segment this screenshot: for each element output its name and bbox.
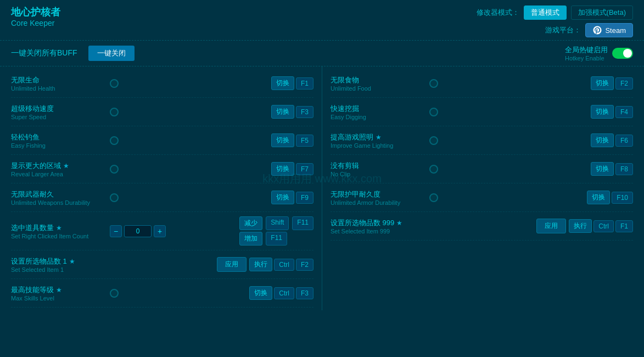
feature-en-label: Unlimited Food	[331, 85, 429, 92]
feature-en-label: Unlimited Weapons Durability	[11, 199, 110, 206]
feature-row: 没有剪辑No Clip切换F8	[331, 155, 633, 183]
steam-icon	[592, 25, 602, 35]
counter-minus-button[interactable]: −	[110, 225, 122, 237]
key-action-button[interactable]: 切换	[591, 133, 614, 147]
star-icon: ★	[396, 219, 402, 227]
toggle-circle[interactable]	[429, 193, 438, 202]
feature-row: 无限生命Unlimited Health切换F1	[11, 69, 313, 98]
star-icon: ★	[56, 286, 62, 294]
feature-cn-label: 最高技能等级★	[11, 285, 110, 295]
decrease-key-label: F11	[292, 216, 313, 230]
key-primary-label: F2	[615, 77, 633, 90]
feature-row: 快速挖掘Easy Digging切换F4	[331, 98, 633, 126]
feature-row: 无限护甲耐久度Unlimited Armor Durability切换F10	[331, 183, 633, 212]
star-icon: ★	[69, 258, 75, 265]
feature-en-label: Unlimited Armor Durability	[331, 199, 429, 206]
feature-row: 提高游戏照明★Improve Game Lighting切换F6	[331, 126, 633, 155]
toggle-circle[interactable]	[429, 165, 438, 174]
decrease-button[interactable]: 减少	[239, 216, 262, 230]
increase-key-label: F11	[266, 232, 287, 246]
execute-button[interactable]: 执行	[249, 258, 272, 271]
key-action-button[interactable]: 切换	[587, 191, 610, 204]
toggle-circle[interactable]	[110, 193, 119, 202]
toggle-circle[interactable]	[110, 136, 119, 145]
key-primary-label: F8	[615, 163, 633, 175]
feature-cn-label: 快速挖掘	[331, 104, 429, 114]
feature-cn-label: 设置所选物品数 999★	[331, 218, 429, 228]
key-action-button[interactable]: 切换	[591, 105, 614, 119]
feature-cn-label: 选中道具数量★	[11, 223, 110, 233]
hotkey-section: 全局热键启用 Hotkey Enable	[565, 45, 633, 62]
left-panel: 无限生命Unlimited Health切换F1超级移动速度Super Spee…	[5, 66, 319, 310]
star-icon: ★	[376, 133, 382, 141]
key-primary-label: F1	[296, 77, 313, 90]
toolbar-row: 一键关闭所有BUFF 一键关闭 全局热键启用 Hotkey Enable	[0, 41, 644, 66]
mode-beta-button[interactable]: 加强模式(Beta)	[571, 5, 633, 20]
key-modifier-label: Ctrl	[593, 220, 614, 232]
apply-button[interactable]: 应用	[536, 219, 566, 233]
star-icon: ★	[63, 162, 69, 170]
key-action-button[interactable]: 切换	[271, 133, 294, 147]
title-en: Core Keeper	[11, 19, 60, 27]
feature-en-label: Improve Game Lighting	[331, 142, 429, 149]
feature-cn-label: 显示更大的区域★	[11, 161, 110, 171]
key-action-button[interactable]: 切换	[271, 76, 294, 90]
toggle-circle[interactable]	[110, 79, 119, 88]
one-key-button[interactable]: 一键关闭	[88, 46, 135, 61]
key-primary-label: F6	[615, 135, 633, 147]
counter-plus-button[interactable]: +	[154, 225, 166, 237]
execute-button[interactable]: 执行	[569, 219, 592, 233]
key-primary-label: F2	[296, 259, 313, 271]
right-panel: 无限食物Unlimited Food切换F2快速挖掘Easy Digging切换…	[325, 66, 639, 310]
key-primary-label: F5	[296, 135, 313, 147]
key-primary-label: F9	[296, 192, 313, 204]
one-key-label: 一键关闭所有BUFF	[11, 48, 77, 58]
key-primary-label: F7	[296, 163, 313, 175]
feature-row: 无限食物Unlimited Food切换F2	[331, 69, 633, 98]
panel-divider	[322, 66, 322, 310]
counter-input[interactable]	[124, 225, 152, 237]
feature-cn-label: 无限武器耐久	[11, 189, 110, 199]
hotkey-toggle[interactable]	[612, 48, 633, 59]
feature-row: 设置所选物品数 1★Set Selected Item 1应用执行CtrlF2	[11, 250, 313, 279]
feature-row: 轻松钓鱼Easy Fishing切换F5	[11, 126, 313, 155]
feature-cn-label: 无限生命	[11, 75, 110, 85]
shift-label: Shift	[266, 216, 289, 230]
key-action-button[interactable]: 切换	[591, 76, 614, 90]
key-action-button[interactable]: 切换	[591, 162, 614, 176]
feature-row: 超级移动速度Super Speed切换F3	[11, 98, 313, 126]
toggle-circle[interactable]	[429, 136, 438, 145]
apply-button[interactable]: 应用	[217, 257, 247, 272]
feature-en-label: Max Skills Level	[11, 295, 110, 302]
feature-row: 显示更大的区域★Reveal Larger Area切换F7	[11, 155, 313, 183]
key-action-button[interactable]: 切换	[271, 105, 294, 119]
toggle-circle[interactable]	[429, 108, 438, 116]
title-cn: 地心护核者	[11, 5, 60, 19]
header: 地心护核者 Core Keeper 修改器模式： 普通模式 加强模式(Beta)…	[0, 0, 644, 41]
toggle-circle[interactable]	[110, 289, 119, 298]
platform-label: 游戏平台：	[545, 25, 581, 35]
feature-row: 无限武器耐久Unlimited Weapons Durability切换F9	[11, 183, 313, 212]
steam-button[interactable]: Steam	[585, 23, 633, 37]
toggle-circle[interactable]	[110, 165, 119, 174]
key-action-button[interactable]: 切换	[249, 286, 272, 300]
toggle-circle[interactable]	[429, 79, 438, 88]
toggle-circle[interactable]	[110, 108, 119, 116]
feature-cn-label: 设置所选物品数 1★	[11, 256, 110, 266]
key-action-button[interactable]: 切换	[271, 191, 294, 204]
feature-en-label: Set Right Clicked Item Count	[11, 233, 110, 239]
main-content: 无限生命Unlimited Health切换F1超级移动速度Super Spee…	[0, 66, 644, 310]
key-modifier-label: Ctrl	[274, 259, 294, 271]
title-block: 地心护核者 Core Keeper	[11, 5, 60, 27]
feature-cn-label: 超级移动速度	[11, 104, 110, 114]
key-action-button[interactable]: 切换	[271, 162, 294, 176]
feature-en-label: Set Selected Item 999	[331, 228, 429, 235]
increase-button[interactable]: 增加	[239, 232, 262, 246]
mode-normal-button[interactable]: 普通模式	[524, 5, 567, 20]
star-icon: ★	[56, 224, 62, 232]
mode-row: 修改器模式： 普通模式 加强模式(Beta)	[477, 5, 633, 20]
mode-label: 修改器模式：	[477, 8, 519, 18]
feature-en-label: Reveal Larger Area	[11, 171, 110, 177]
feature-row: 选中道具数量★Set Right Clicked Item Count−+减少S…	[11, 212, 313, 250]
hotkey-cn-label: 全局热键启用	[565, 45, 608, 55]
